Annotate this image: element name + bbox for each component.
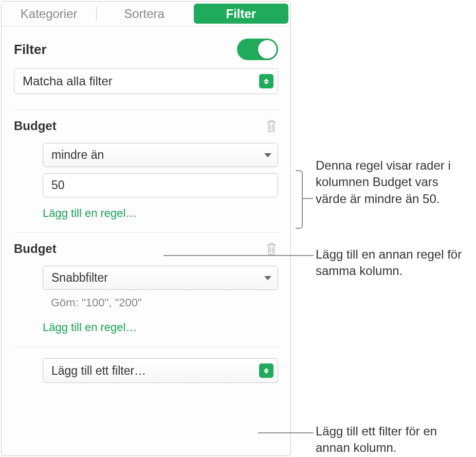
callout-3: Lägg till ett filter för en annan kolumn… — [316, 423, 470, 456]
callout-line — [258, 432, 314, 433]
rule-block-1: Budget mindre än 50 Lägg till en regel… — [2, 110, 290, 232]
tab-categories-label: Kategorier — [21, 7, 78, 21]
callout-1: Denna regel visar rader i kolumnen Budge… — [316, 157, 470, 207]
trash-icon — [265, 241, 278, 257]
rule-header: Budget — [14, 118, 278, 134]
panel-tabs: Kategorier Sortera Filter — [2, 2, 290, 26]
filter-header: Filter — [2, 26, 290, 68]
filter-title: Filter — [14, 42, 47, 58]
operator-select[interactable]: Snabbfilter — [43, 266, 278, 290]
add-rule-label: Lägg till en regel… — [43, 321, 137, 334]
match-mode-label: Matcha alla filter — [23, 74, 113, 88]
updown-arrows-icon — [259, 363, 273, 378]
match-mode-select[interactable]: Matcha alla filter — [14, 68, 278, 94]
add-rule-link[interactable]: Lägg till en regel… — [43, 207, 278, 224]
rule-column-name: Budget — [14, 119, 57, 133]
filter-toggle[interactable] — [237, 39, 278, 60]
add-filter-row: Lägg till ett filter… — [2, 347, 290, 394]
operator-select[interactable]: mindre än — [43, 143, 278, 167]
chevron-down-icon — [264, 276, 271, 280]
trash-icon — [265, 118, 278, 134]
updown-arrows-icon — [259, 74, 273, 88]
filter-panel: Kategorier Sortera Filter Filter Matcha … — [1, 1, 291, 456]
rule-value-input[interactable]: 50 — [43, 173, 278, 197]
callout-line — [163, 255, 314, 256]
operator-label: Snabbfilter — [51, 271, 108, 285]
operator-label: mindre än — [51, 148, 104, 162]
tab-sort-label: Sortera — [124, 7, 164, 21]
callout-line — [303, 198, 313, 199]
delete-rule-button[interactable] — [265, 118, 278, 134]
match-row: Matcha alla filter — [2, 68, 290, 109]
delete-rule-button[interactable] — [265, 241, 278, 257]
quickfilter-hide-text: Göm: "100", "200" — [51, 296, 278, 309]
add-rule-label: Lägg till en regel… — [43, 207, 137, 220]
tab-filter-label: Filter — [226, 7, 256, 21]
chevron-down-icon — [264, 153, 271, 157]
rule-column-name: Budget — [14, 242, 57, 256]
tab-categories[interactable]: Kategorier — [2, 2, 96, 26]
add-filter-label: Lägg till ett filter… — [51, 364, 146, 378]
rule-value-text: 50 — [51, 178, 65, 192]
add-rule-link[interactable]: Lägg till en regel… — [43, 321, 278, 338]
callout-bracket — [296, 170, 303, 229]
callout-2: Lägg till en annan regel för samma kolum… — [316, 246, 470, 280]
tab-sort[interactable]: Sortera — [97, 2, 191, 26]
toggle-knob — [258, 40, 277, 59]
rule-block-2: Budget Snabbfilter Göm: "100", "200" Läg… — [2, 233, 290, 346]
rule-header: Budget — [14, 241, 278, 257]
tab-filter[interactable]: Filter — [194, 4, 288, 24]
add-filter-select[interactable]: Lägg till ett filter… — [43, 358, 278, 383]
